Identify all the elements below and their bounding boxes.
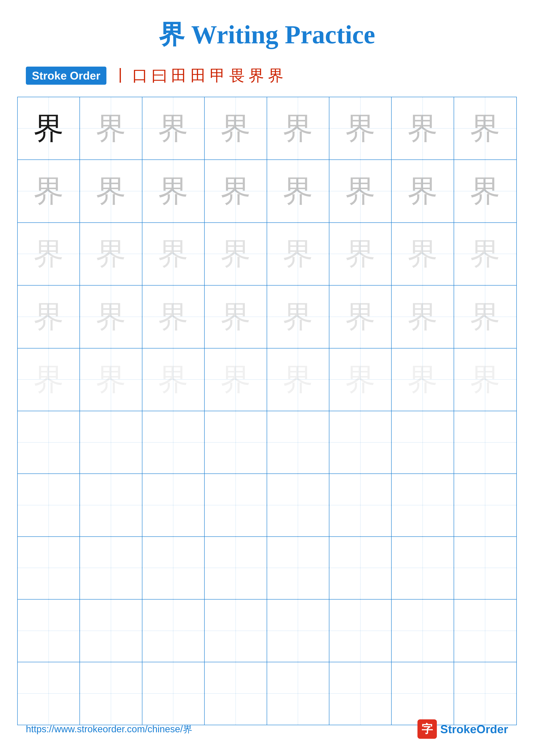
grid-cell[interactable]: 界 <box>205 223 267 285</box>
grid-cell[interactable] <box>18 600 80 662</box>
grid-cell[interactable]: 界 <box>329 348 392 411</box>
grid-cell[interactable]: 界 <box>329 97 392 159</box>
grid-row <box>18 537 516 600</box>
grid-cell[interactable]: 界 <box>329 223 392 285</box>
grid-cell[interactable] <box>392 537 454 599</box>
grid-cell[interactable] <box>18 537 80 599</box>
grid-cell[interactable]: 界 <box>80 348 142 411</box>
grid-cell[interactable] <box>267 662 329 724</box>
grid-cell[interactable] <box>205 662 267 724</box>
grid-cell[interactable] <box>392 474 454 536</box>
grid-cell[interactable] <box>80 411 142 473</box>
footer: https://www.strokeorder.com/chinese/界 字 … <box>0 719 534 739</box>
grid-cell[interactable]: 界 <box>18 223 80 285</box>
stroke-9: 界 <box>268 65 284 86</box>
practice-char: 界 <box>408 113 438 144</box>
grid-cell[interactable]: 界 <box>454 285 516 348</box>
grid-cell[interactable] <box>205 537 267 599</box>
grid-cell[interactable] <box>142 600 205 662</box>
practice-char: 界 <box>408 364 438 394</box>
grid-cell[interactable]: 界 <box>205 160 267 222</box>
practice-char: 界 <box>345 302 375 332</box>
grid-cell[interactable]: 界 <box>18 348 80 411</box>
grid-cell[interactable]: 界 <box>392 348 454 411</box>
practice-char: 界 <box>345 364 375 394</box>
grid-cell[interactable] <box>142 662 205 724</box>
grid-cell[interactable] <box>454 411 516 473</box>
footer-logo: 字 StrokeOrder <box>418 719 508 739</box>
practice-grid: 界 界 界 界 界 界 界 界 界 界 界 <box>17 97 517 725</box>
grid-cell[interactable]: 界 <box>142 160 205 222</box>
grid-cell[interactable] <box>80 662 142 724</box>
grid-cell[interactable]: 界 <box>142 285 205 348</box>
grid-cell[interactable]: 界 <box>454 223 516 285</box>
grid-cell[interactable]: 界 <box>80 97 142 159</box>
grid-row: 界 界 界 界 界 界 界 界 <box>18 223 516 285</box>
grid-cell[interactable] <box>329 537 392 599</box>
grid-cell[interactable] <box>205 474 267 536</box>
stroke-6: 甲 <box>210 65 225 86</box>
grid-cell[interactable]: 界 <box>80 223 142 285</box>
grid-cell[interactable] <box>142 474 205 536</box>
grid-cell[interactable] <box>329 411 392 473</box>
grid-cell[interactable] <box>18 474 80 536</box>
grid-cell[interactable]: 界 <box>142 97 205 159</box>
grid-cell[interactable] <box>392 662 454 724</box>
grid-cell[interactable]: 界 <box>267 97 329 159</box>
grid-cell[interactable] <box>80 537 142 599</box>
grid-cell[interactable]: 界 <box>18 285 80 348</box>
grid-cell[interactable] <box>267 537 329 599</box>
grid-cell[interactable] <box>267 474 329 536</box>
grid-cell[interactable] <box>329 474 392 536</box>
grid-cell[interactable] <box>454 662 516 724</box>
grid-cell[interactable]: 界 <box>454 160 516 222</box>
grid-cell[interactable]: 界 <box>392 97 454 159</box>
grid-cell[interactable]: 界 <box>205 348 267 411</box>
grid-cell[interactable]: 界 <box>392 223 454 285</box>
grid-cell[interactable]: 界 <box>18 97 80 159</box>
grid-cell[interactable] <box>454 474 516 536</box>
grid-cell[interactable] <box>329 600 392 662</box>
footer-url[interactable]: https://www.strokeorder.com/chinese/界 <box>26 723 192 736</box>
grid-cell[interactable]: 界 <box>329 160 392 222</box>
practice-char: 界 <box>158 239 188 269</box>
practice-char: 界 <box>345 176 375 206</box>
grid-cell[interactable]: 界 <box>142 348 205 411</box>
grid-cell[interactable]: 界 <box>142 223 205 285</box>
practice-char: 界 <box>345 113 375 144</box>
grid-row <box>18 662 516 724</box>
grid-cell[interactable]: 界 <box>80 285 142 348</box>
grid-cell[interactable]: 界 <box>392 160 454 222</box>
grid-cell[interactable] <box>392 411 454 473</box>
grid-cell[interactable] <box>142 537 205 599</box>
grid-cell[interactable] <box>454 537 516 599</box>
grid-cell[interactable] <box>205 411 267 473</box>
grid-cell[interactable]: 界 <box>454 97 516 159</box>
grid-cell[interactable]: 界 <box>18 160 80 222</box>
grid-cell[interactable] <box>18 411 80 473</box>
grid-cell[interactable]: 界 <box>267 223 329 285</box>
grid-cell[interactable]: 界 <box>267 285 329 348</box>
stroke-4: 田 <box>171 65 187 86</box>
grid-cell[interactable]: 界 <box>205 97 267 159</box>
grid-cell[interactable]: 界 <box>329 285 392 348</box>
grid-cell[interactable] <box>142 411 205 473</box>
grid-cell[interactable] <box>80 474 142 536</box>
stroke-2: 口 <box>132 65 148 86</box>
grid-cell[interactable] <box>80 600 142 662</box>
grid-cell[interactable]: 界 <box>80 160 142 222</box>
grid-cell[interactable]: 界 <box>267 160 329 222</box>
grid-cell[interactable]: 界 <box>267 348 329 411</box>
grid-cell[interactable] <box>329 662 392 724</box>
grid-cell[interactable] <box>18 662 80 724</box>
grid-cell[interactable] <box>205 600 267 662</box>
grid-cell[interactable]: 界 <box>205 285 267 348</box>
grid-cell[interactable] <box>392 600 454 662</box>
grid-cell[interactable]: 界 <box>392 285 454 348</box>
practice-char: 界 <box>470 302 500 332</box>
grid-cell[interactable]: 界 <box>454 348 516 411</box>
grid-cell[interactable] <box>454 600 516 662</box>
practice-char: 界 <box>96 113 126 144</box>
grid-cell[interactable] <box>267 600 329 662</box>
grid-cell[interactable] <box>267 411 329 473</box>
